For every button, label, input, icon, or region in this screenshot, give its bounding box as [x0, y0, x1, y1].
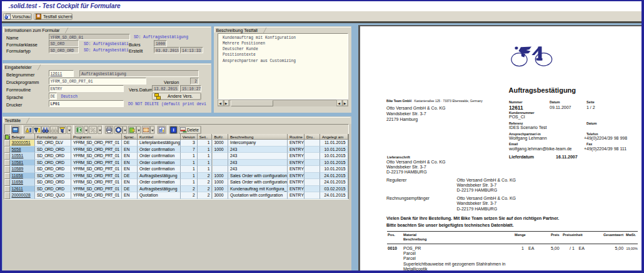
svg-text:i: i	[173, 127, 174, 133]
